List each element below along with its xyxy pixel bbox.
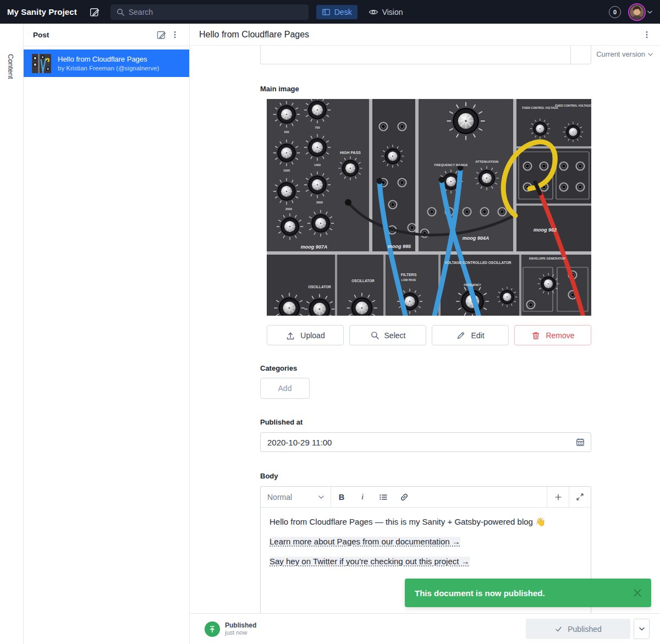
publish-status[interactable]: Published just now <box>205 621 256 637</box>
insert-block-button[interactable] <box>547 487 569 507</box>
project-title: My Sanity Project <box>7 7 77 16</box>
synth-label-filters: FILTERS <box>401 273 417 277</box>
select-button-label: Select <box>384 331 406 340</box>
top-navbar: My Sanity Project Desk <box>0 0 660 24</box>
upload-icon <box>285 331 295 340</box>
edit-button-label: Edit <box>471 331 484 340</box>
toast-close-button[interactable] <box>632 588 642 598</box>
edit-button[interactable]: Edit <box>432 325 509 345</box>
expand-editor-button[interactable] <box>569 487 591 507</box>
tab-desk[interactable]: Desk <box>316 5 358 19</box>
document-menu-button[interactable] <box>640 28 653 41</box>
upload-button[interactable]: Upload <box>267 325 344 345</box>
synth-label-envelope: ENVELOPE GENERATOR <box>529 257 565 260</box>
publish-status-icon <box>205 621 220 637</box>
link-icon <box>399 492 409 502</box>
image-actions: Upload Select <box>267 325 591 345</box>
synth-label-moog904: moog 904A <box>463 235 490 241</box>
calendar-icon[interactable] <box>575 437 585 447</box>
remove-button[interactable]: Remove <box>514 325 591 345</box>
synth-label-fcv: FIXED CONTROL VOLTAGE <box>555 104 591 107</box>
main-image-label: Main image <box>260 85 591 93</box>
avatar <box>628 3 646 21</box>
synth-label-low-pass: LOW PASS <box>402 278 416 282</box>
document-form-scroll: Current version Main image <box>190 46 660 613</box>
list-item-post[interactable]: Hello from Cloudflare Pages by Kristian … <box>24 49 189 77</box>
clipped-slug-field[interactable] <box>260 46 591 64</box>
synth-label-attenuation: ATTENUATION <box>475 160 498 163</box>
publish-status-title: Published <box>225 621 256 629</box>
text-style-select[interactable]: Normal <box>261 487 331 507</box>
bullet-list-button[interactable] <box>373 487 394 507</box>
bold-button[interactable]: B <box>331 487 352 507</box>
publish-menu-button[interactable] <box>634 619 650 639</box>
eye-icon <box>369 7 378 17</box>
synth-freq-label: 700 <box>315 126 320 129</box>
notification-badge[interactable]: 0 <box>609 6 621 18</box>
tab-vision-label: Vision <box>382 8 403 16</box>
add-category-button[interactable]: Add <box>260 378 310 399</box>
content-rail-label[interactable]: Content <box>7 54 15 79</box>
add-button-label: Add <box>278 384 292 393</box>
toast-published: This document is now published. <box>405 579 651 607</box>
search-input[interactable] <box>129 8 303 16</box>
check-icon <box>554 625 563 632</box>
select-button[interactable]: Select <box>349 325 426 345</box>
synth-label-vco: VOLTAGE CONTROLLED OSCILLATOR <box>445 261 512 265</box>
body-content[interactable]: Hello from Cloudflare Pages — this is my… <box>261 508 591 584</box>
post-pane-header: Post <box>24 24 189 46</box>
synth-label-oscillator: OSCILLATOR <box>308 285 331 289</box>
pencil-icon <box>456 331 466 340</box>
italic-button[interactable]: i <box>352 487 373 507</box>
compose-icon <box>89 7 100 17</box>
synth-freq-label: 2600 <box>316 201 323 204</box>
search-icon <box>116 8 125 16</box>
synth-label-frequency: FREQUENCY <box>464 283 481 287</box>
post-list-pane: Post <box>24 24 190 644</box>
synth-label-fcv: FIXED CONTROL VOLTAGE <box>522 106 558 109</box>
synth-photo: HIGH PASS FREQUENCY RANGE ATTENUATION FI… <box>267 99 591 316</box>
body-label: Body <box>260 472 591 480</box>
post-pane-menu-button[interactable] <box>168 28 182 41</box>
post-thumbnail <box>32 54 51 73</box>
version-label: Current version <box>596 50 645 58</box>
compose-icon <box>156 30 166 40</box>
link-button[interactable] <box>394 487 415 507</box>
published-at-input[interactable] <box>260 432 591 452</box>
search-bar[interactable] <box>111 4 309 20</box>
synth-freq-label: 1400 <box>314 163 321 167</box>
post-item-subtitle: by Kristian Freeman (@signalnerve) <box>58 64 159 72</box>
synth-label-moog995: moog 995 <box>388 244 411 249</box>
user-menu[interactable] <box>628 3 660 21</box>
new-document-button[interactable] <box>154 27 168 42</box>
body-link-twitter[interactable]: Say hey on Twitter if you're checking ou… <box>270 557 470 566</box>
post-pane-title: Post <box>33 31 49 39</box>
bullet-list-icon <box>378 492 388 502</box>
published-at-field <box>260 432 591 452</box>
expand-icon <box>576 493 584 501</box>
chevron-down-icon <box>639 627 645 631</box>
version-selector[interactable]: Current version <box>596 50 653 58</box>
kebab-menu-icon <box>642 30 651 39</box>
close-icon <box>632 588 642 598</box>
compose-button[interactable] <box>89 7 100 17</box>
synth-freq-label: 2000 <box>285 207 292 211</box>
synth-label-high-pass: HIGH PASS <box>340 151 361 155</box>
body-link-docs[interactable]: Learn more about Pages from our document… <box>270 537 460 546</box>
upload-button-label: Upload <box>300 331 324 340</box>
desk-icon <box>322 8 331 16</box>
main-image-preview[interactable]: HIGH PASS FREQUENCY RANGE ATTENUATION FI… <box>267 99 591 316</box>
synth-label-freq-range: FREQUENCY RANGE <box>435 163 468 167</box>
body-toolbar: Normal B i <box>261 487 591 508</box>
content-rail: Content <box>0 24 24 644</box>
document-title: Hello from Cloudflare Pages <box>199 30 309 40</box>
body-paragraph: Hello from Cloudflare Pages — this is my… <box>270 516 582 528</box>
synth-label-moog902: moog 902 <box>534 227 557 233</box>
remove-button-label: Remove <box>546 331 574 340</box>
published-button[interactable]: Published <box>526 619 630 639</box>
document-footer: Published just now Published <box>190 613 660 644</box>
published-at-label: Published at <box>260 418 591 426</box>
chevron-down-icon <box>318 496 324 499</box>
chevron-down-icon <box>647 10 652 14</box>
tab-vision[interactable]: Vision <box>363 4 409 20</box>
